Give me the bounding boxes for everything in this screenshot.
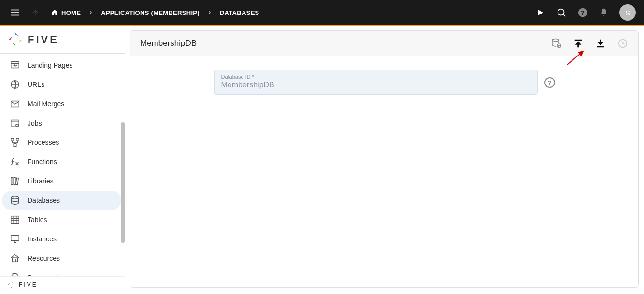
svg-rect-22 (16, 139, 19, 141)
landing-icon (9, 59, 21, 71)
svg-marker-12 (9, 36, 12, 40)
bell-icon[interactable] (598, 7, 610, 18)
monitor-icon (9, 233, 21, 245)
svg-rect-21 (11, 139, 14, 141)
breadcrumb-db-label: DATABASES (220, 9, 259, 16)
page-title: MembershipDB (140, 39, 197, 48)
document-icon (9, 272, 21, 276)
sidebar-item-resources[interactable]: Resources (2, 249, 121, 268)
svg-rect-27 (11, 178, 13, 185)
database-id-field[interactable]: Database ID * MembershipDB (214, 70, 538, 95)
database-icon (9, 195, 21, 206)
topbar: HOME APPLICATIONS (MEMBERSHIP) DATABASES… (0, 0, 644, 26)
breadcrumb-apps-label: APPLICATIONS (MEMBERSHIP) (101, 9, 200, 16)
logo-label: FIVE (28, 33, 59, 46)
sidebar-item-instances[interactable]: Instances (2, 229, 121, 249)
library-icon (9, 175, 21, 187)
field-help-icon[interactable]: ? (544, 77, 555, 88)
sidebar-item-label: URLs (28, 81, 44, 88)
avatar-initial: S (625, 9, 630, 17)
process-icon (9, 137, 21, 148)
sidebar-item-jobs[interactable]: Jobs (2, 113, 121, 133)
sidebar-item-label: Landing Pages (28, 61, 72, 69)
sidebar-item-documents[interactable]: Documents (2, 268, 121, 276)
fx-icon (9, 156, 21, 168)
card-body: Database ID * MembershipDB ? (130, 56, 638, 108)
scrollbar[interactable] (121, 122, 125, 243)
svg-point-5 (558, 9, 564, 15)
chevron-right-icon (88, 9, 93, 16)
resource-icon (9, 252, 21, 264)
footer-logo-label: FIVE (19, 281, 38, 288)
sidebar-item-urls[interactable]: URLs (2, 75, 121, 94)
avatar[interactable]: S (619, 4, 636, 21)
logo-icon (7, 31, 24, 48)
svg-rect-28 (14, 178, 15, 185)
sidebar-item-label: Jobs (28, 119, 42, 127)
table-icon (9, 214, 21, 225)
calendar-icon (9, 117, 21, 129)
svg-rect-58 (597, 46, 604, 47)
sidebar-item-label: Documents (28, 274, 62, 276)
svg-marker-48 (14, 285, 15, 287)
svg-rect-36 (11, 236, 19, 241)
sidebar-item-label: Functions (28, 158, 57, 166)
breadcrumb-apps[interactable]: APPLICATIONS (MEMBERSHIP) (99, 6, 201, 19)
sidebar-item-functions[interactable]: Functions (2, 152, 121, 171)
sidebar-item-label: Mail Merges (28, 100, 64, 108)
upload-icon[interactable] (572, 38, 584, 49)
content-card: MembershipDB (130, 30, 639, 288)
body: FIVE Landing Pages URLs Mail Merges Jobs (0, 26, 644, 293)
chevron-right-icon (207, 9, 212, 16)
nav: Landing Pages URLs Mail Merges Jobs Proc… (0, 54, 125, 276)
card-header: MembershipDB (130, 31, 638, 56)
svg-rect-23 (14, 144, 16, 147)
svg-rect-39 (13, 258, 18, 262)
mail-icon (9, 98, 21, 110)
help-icon[interactable]: ? (577, 7, 588, 18)
svg-text:?: ? (581, 9, 585, 16)
svg-point-51 (552, 39, 559, 41)
svg-marker-50 (8, 283, 10, 285)
svg-marker-49 (10, 286, 12, 288)
main: MembershipDB (125, 26, 644, 293)
sidebar-item-label: Libraries (28, 177, 54, 185)
svg-line-6 (563, 14, 566, 17)
sidebar-item-label: Instances (28, 235, 57, 243)
sidebar: FIVE Landing Pages URLs Mail Merges Jobs (0, 26, 125, 293)
breadcrumb: HOME APPLICATIONS (MEMBERSHIP) DATABASES (49, 6, 261, 19)
logo-icon (7, 280, 16, 289)
breadcrumb-databases[interactable]: DATABASES (218, 6, 261, 19)
logo: FIVE (0, 26, 125, 54)
svg-marker-56 (575, 41, 582, 47)
download-icon[interactable] (595, 38, 606, 49)
svg-point-30 (12, 196, 19, 199)
svg-rect-55 (575, 39, 582, 41)
database-add-icon[interactable] (550, 38, 562, 49)
field-label: Database ID * (221, 74, 530, 80)
globe-icon (9, 79, 21, 90)
sidebar-item-libraries[interactable]: Libraries (2, 171, 121, 191)
history-icon[interactable] (617, 38, 629, 49)
svg-rect-18 (11, 120, 19, 127)
svg-rect-29 (16, 178, 19, 184)
breadcrumb-home[interactable]: HOME (49, 6, 83, 19)
svg-marker-4 (538, 10, 544, 15)
sidebar-item-tables[interactable]: Tables (2, 210, 121, 229)
footer-logo: FIVE (0, 276, 125, 293)
svg-marker-47 (12, 281, 14, 283)
svg-marker-10 (19, 40, 22, 43)
sidebar-item-mail-merges[interactable]: Mail Merges (2, 94, 121, 113)
svg-point-20 (16, 124, 19, 127)
sidebar-item-processes[interactable]: Processes (2, 133, 121, 152)
sidebar-item-label: Resources (28, 254, 60, 262)
svg-rect-31 (11, 216, 19, 224)
topbar-right: ? S (534, 4, 636, 21)
menu-icon[interactable] (8, 6, 22, 19)
svg-marker-11 (12, 42, 15, 46)
sidebar-item-label: Processes (28, 139, 59, 146)
search-icon[interactable] (556, 7, 567, 18)
sidebar-item-landing-pages[interactable]: Landing Pages (2, 56, 121, 75)
sidebar-item-databases[interactable]: Databases (2, 191, 121, 210)
play-icon[interactable] (534, 7, 546, 18)
